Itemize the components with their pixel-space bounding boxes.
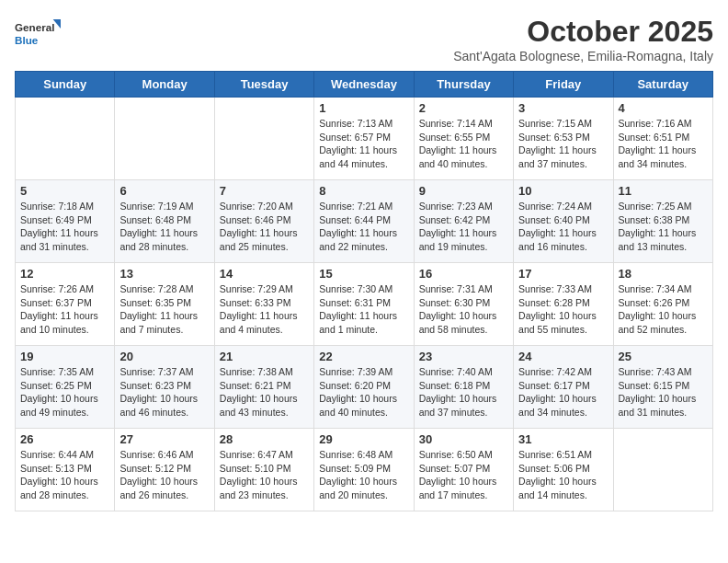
cell-daylight-info: Sunrise: 6:46 AM Sunset: 5:12 PM Dayligh… [119,448,209,502]
day-number: 16 [419,267,508,281]
calendar-cell: 8Sunrise: 7:21 AM Sunset: 6:44 PM Daylig… [314,180,414,263]
cell-daylight-info: Sunrise: 6:51 AM Sunset: 5:06 PM Dayligh… [518,448,608,502]
cell-daylight-info: Sunrise: 7:21 AM Sunset: 6:44 PM Dayligh… [319,200,408,254]
calendar-cell: 20Sunrise: 7:37 AM Sunset: 6:23 PM Dayli… [115,346,214,429]
cell-daylight-info: Sunrise: 6:48 AM Sunset: 5:09 PM Dayligh… [319,448,408,502]
calendar-table: SundayMondayTuesdayWednesdayThursdayFrid… [15,71,713,511]
location: Sant'Agata Bolognese, Emilia-Romagna, It… [453,49,713,63]
weekday-header: Thursday [414,72,513,98]
weekday-header-row: SundayMondayTuesdayWednesdayThursdayFrid… [16,72,713,98]
cell-daylight-info: Sunrise: 7:25 AM Sunset: 6:38 PM Dayligh… [619,200,708,254]
calendar-cell: 3Sunrise: 7:15 AM Sunset: 6:53 PM Daylig… [514,98,613,180]
day-number: 13 [119,267,209,281]
calendar-cell: 17Sunrise: 7:33 AM Sunset: 6:28 PM Dayli… [514,263,613,346]
calendar-cell: 30Sunrise: 6:50 AM Sunset: 5:07 PM Dayli… [414,429,513,511]
calendar-cell: 24Sunrise: 7:42 AM Sunset: 6:17 PM Dayli… [514,346,613,429]
calendar-cell: 2Sunrise: 7:14 AM Sunset: 6:55 PM Daylig… [414,98,513,180]
calendar-week-row: 26Sunrise: 6:44 AM Sunset: 5:13 PM Dayli… [16,429,713,511]
calendar-cell [16,98,115,180]
day-number: 2 [419,101,508,115]
cell-daylight-info: Sunrise: 7:31 AM Sunset: 6:30 PM Dayligh… [419,282,508,337]
calendar-cell: 4Sunrise: 7:16 AM Sunset: 6:51 PM Daylig… [613,98,712,180]
cell-daylight-info: Sunrise: 7:35 AM Sunset: 6:25 PM Dayligh… [20,365,109,419]
day-number: 26 [20,432,109,446]
day-number: 27 [119,432,209,446]
day-number: 10 [518,184,608,198]
day-number: 24 [518,350,608,363]
month-title: October 2025 [453,15,713,49]
day-number: 18 [619,267,708,281]
logo-icon: General Blue [15,15,61,52]
calendar-cell: 21Sunrise: 7:38 AM Sunset: 6:21 PM Dayli… [214,346,313,429]
calendar-cell: 18Sunrise: 7:34 AM Sunset: 6:26 PM Dayli… [613,263,712,346]
calendar-cell: 26Sunrise: 6:44 AM Sunset: 5:13 PM Dayli… [16,429,115,511]
svg-text:General: General [15,21,54,33]
weekday-header: Tuesday [214,72,313,98]
calendar-cell [613,429,712,511]
weekday-header: Friday [514,72,613,98]
calendar-cell: 10Sunrise: 7:24 AM Sunset: 6:40 PM Dayli… [514,180,613,263]
calendar-cell [115,98,214,180]
day-number: 25 [619,350,708,363]
cell-daylight-info: Sunrise: 6:47 AM Sunset: 5:10 PM Dayligh… [220,448,309,502]
calendar-week-row: 5Sunrise: 7:18 AM Sunset: 6:49 PM Daylig… [16,180,713,263]
day-number: 20 [119,350,209,363]
cell-daylight-info: Sunrise: 7:29 AM Sunset: 6:33 PM Dayligh… [220,282,309,337]
calendar-cell: 13Sunrise: 7:28 AM Sunset: 6:35 PM Dayli… [115,263,214,346]
day-number: 11 [619,184,708,198]
day-number: 21 [220,350,309,363]
weekday-header: Saturday [613,72,712,98]
day-number: 12 [20,267,109,281]
day-number: 14 [220,267,309,281]
svg-text:Blue: Blue [15,34,39,46]
day-number: 3 [518,101,608,115]
page-header: General Blue October 2025 Sant'Agata Bol… [15,15,713,63]
calendar-cell: 6Sunrise: 7:19 AM Sunset: 6:48 PM Daylig… [115,180,214,263]
calendar-week-row: 19Sunrise: 7:35 AM Sunset: 6:25 PM Dayli… [16,346,713,429]
day-number: 17 [518,267,608,281]
day-number: 29 [319,432,408,446]
calendar-cell: 12Sunrise: 7:26 AM Sunset: 6:37 PM Dayli… [16,263,115,346]
cell-daylight-info: Sunrise: 7:33 AM Sunset: 6:28 PM Dayligh… [518,282,608,337]
cell-daylight-info: Sunrise: 7:16 AM Sunset: 6:51 PM Dayligh… [619,117,708,171]
day-number: 6 [119,184,209,198]
calendar-cell: 28Sunrise: 6:47 AM Sunset: 5:10 PM Dayli… [214,429,313,511]
cell-daylight-info: Sunrise: 7:26 AM Sunset: 6:37 PM Dayligh… [20,282,109,337]
day-number: 7 [220,184,309,198]
day-number: 8 [319,184,408,198]
calendar-week-row: 1Sunrise: 7:13 AM Sunset: 6:57 PM Daylig… [16,98,713,180]
day-number: 23 [419,350,508,363]
day-number: 19 [20,350,109,363]
calendar-cell: 29Sunrise: 6:48 AM Sunset: 5:09 PM Dayli… [314,429,414,511]
day-number: 5 [20,184,109,198]
cell-daylight-info: Sunrise: 7:40 AM Sunset: 6:18 PM Dayligh… [419,365,508,419]
cell-daylight-info: Sunrise: 7:20 AM Sunset: 6:46 PM Dayligh… [220,200,309,254]
weekday-header: Monday [115,72,214,98]
calendar-cell: 19Sunrise: 7:35 AM Sunset: 6:25 PM Dayli… [16,346,115,429]
cell-daylight-info: Sunrise: 7:37 AM Sunset: 6:23 PM Dayligh… [119,365,209,419]
calendar-cell: 7Sunrise: 7:20 AM Sunset: 6:46 PM Daylig… [214,180,313,263]
cell-daylight-info: Sunrise: 7:19 AM Sunset: 6:48 PM Dayligh… [119,200,209,254]
calendar-cell: 14Sunrise: 7:29 AM Sunset: 6:33 PM Dayli… [214,263,313,346]
cell-daylight-info: Sunrise: 7:39 AM Sunset: 6:20 PM Dayligh… [319,365,408,419]
weekday-header: Sunday [16,72,115,98]
calendar-cell: 16Sunrise: 7:31 AM Sunset: 6:30 PM Dayli… [414,263,513,346]
title-block: October 2025 Sant'Agata Bolognese, Emili… [453,15,713,63]
calendar-week-row: 12Sunrise: 7:26 AM Sunset: 6:37 PM Dayli… [16,263,713,346]
calendar-cell: 11Sunrise: 7:25 AM Sunset: 6:38 PM Dayli… [613,180,712,263]
weekday-header: Wednesday [314,72,414,98]
calendar-cell: 23Sunrise: 7:40 AM Sunset: 6:18 PM Dayli… [414,346,513,429]
calendar-cell: 25Sunrise: 7:43 AM Sunset: 6:15 PM Dayli… [613,346,712,429]
day-number: 28 [220,432,309,446]
cell-daylight-info: Sunrise: 7:13 AM Sunset: 6:57 PM Dayligh… [319,117,408,171]
day-number: 9 [419,184,508,198]
calendar-cell: 15Sunrise: 7:30 AM Sunset: 6:31 PM Dayli… [314,263,414,346]
cell-daylight-info: Sunrise: 7:28 AM Sunset: 6:35 PM Dayligh… [119,282,209,337]
day-number: 1 [319,101,408,115]
cell-daylight-info: Sunrise: 6:50 AM Sunset: 5:07 PM Dayligh… [419,448,508,502]
day-number: 31 [518,432,608,446]
calendar-cell: 1Sunrise: 7:13 AM Sunset: 6:57 PM Daylig… [314,98,414,180]
calendar-cell: 5Sunrise: 7:18 AM Sunset: 6:49 PM Daylig… [16,180,115,263]
cell-daylight-info: Sunrise: 7:14 AM Sunset: 6:55 PM Dayligh… [419,117,508,171]
cell-daylight-info: Sunrise: 7:34 AM Sunset: 6:26 PM Dayligh… [619,282,708,337]
